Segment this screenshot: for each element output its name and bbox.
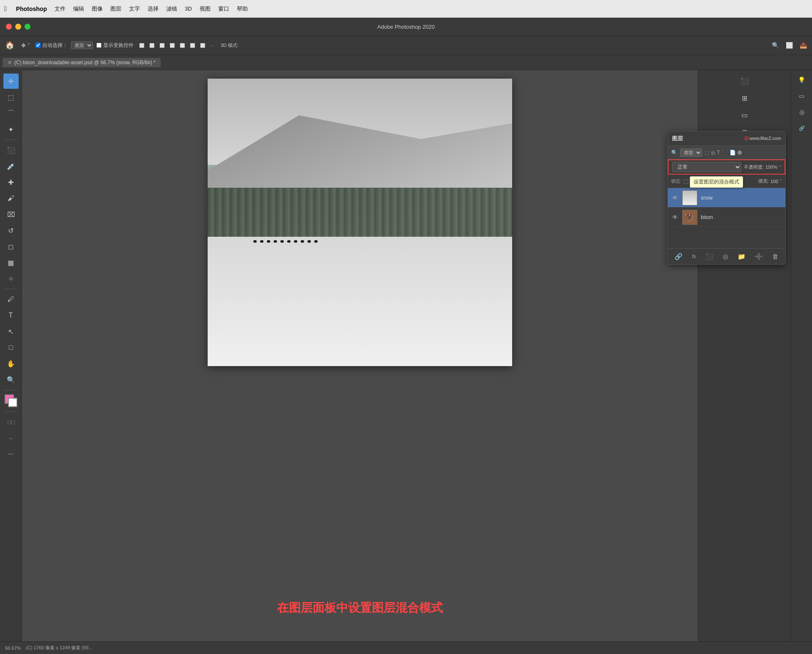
align-bottom[interactable]: ⬜ [188, 41, 197, 50]
extra-tools-3[interactable]: ··· [3, 446, 19, 462]
eye-icon-bison[interactable]: 👁 [671, 214, 679, 221]
delete-layer-btn[interactable]: 🗑 [771, 252, 780, 261]
far-right-icon-2[interactable]: ▭ [795, 89, 809, 103]
opacity-chevron[interactable]: ˅ [779, 165, 781, 170]
share-btn[interactable]: 📤 [798, 41, 809, 49]
filter-pixel-icon[interactable]: ⬚ [705, 150, 709, 156]
panel-adjust-icon[interactable]: ⬛ [737, 74, 752, 89]
move-tool-btn[interactable]: ✥ ˅ [19, 41, 32, 49]
opacity-label: 不透明度: [744, 164, 764, 170]
fill-chevron[interactable]: ˅ [780, 179, 782, 183]
auto-select-checkbox[interactable]: 自动选择： [36, 42, 68, 49]
menu-layer[interactable]: 图层 [110, 5, 121, 13]
menu-window[interactable]: 窗口 [218, 5, 229, 13]
panel-properties-icon[interactable]: ▭ [737, 107, 752, 123]
layers-type-select[interactable]: 类型 [680, 148, 702, 157]
healing-tool[interactable]: ✚ [3, 175, 19, 190]
menu-edit[interactable]: 编辑 [73, 5, 84, 13]
tab-bar: ✕ (C) bison_downloadable-asset.psd @ 66.… [0, 55, 812, 70]
background-color[interactable] [8, 398, 17, 407]
bison-10 [314, 240, 318, 243]
home-button[interactable]: 🏠 [3, 40, 16, 51]
menu-image[interactable]: 图像 [92, 5, 103, 13]
rectangle-tool[interactable]: □ [3, 340, 19, 355]
history-brush-tool[interactable]: ↺ [3, 223, 19, 238]
filter-smart-icon[interactable]: 📄 [730, 150, 736, 156]
align-center-v[interactable]: ⬜ [147, 41, 156, 50]
pen-tool[interactable]: 🖊 [3, 292, 19, 307]
align-right[interactable]: ⬜ [157, 41, 167, 50]
path-selection-tool[interactable]: ↖ [3, 324, 19, 339]
menu-file[interactable]: 文件 [55, 5, 66, 13]
screen-mode-btn[interactable]: ⬜ [784, 41, 795, 49]
marquee-tool[interactable]: ⬚ [3, 90, 19, 105]
hand-tool[interactable]: ✋ [3, 356, 19, 371]
extra-tools-2[interactable]: ↔ [3, 430, 19, 446]
far-right-icon-4[interactable]: 🔗 [795, 121, 809, 135]
menu-select[interactable]: 选择 [148, 5, 159, 13]
extra-tools-1[interactable]: ⬚⬚ [3, 414, 19, 430]
distribute[interactable]: ⬜ [198, 41, 207, 50]
more-options[interactable]: ··· [208, 41, 217, 50]
filter-shape-icon[interactable]: ⬛ [721, 150, 728, 156]
gradient-tool[interactable]: ▦ [3, 255, 19, 270]
menu-3d[interactable]: 3D [185, 5, 192, 12]
transform-checkbox[interactable]: 显示变换控件 [96, 42, 134, 49]
align-center-h[interactable]: ⬜ [178, 41, 187, 50]
group-btn[interactable]: 📁 [736, 252, 747, 261]
blend-mode-select[interactable]: 正常 [672, 162, 741, 172]
tab-close-icon[interactable]: ✕ [8, 60, 12, 66]
fx-btn[interactable]: fx [690, 253, 697, 260]
brush-tool[interactable]: 🖌 [3, 191, 19, 206]
far-right-icon-1[interactable]: 💡 [795, 73, 809, 87]
adjustment-btn[interactable]: ◎ [721, 252, 730, 261]
move-tool[interactable]: ✛ [3, 74, 19, 89]
crop-tool[interactable]: ⬛ [3, 142, 19, 158]
layer-item-snow[interactable]: 👁 snow [668, 188, 785, 208]
filter-toggle-dot[interactable] [738, 151, 742, 155]
layers-panel: 图层 ⓪ www.MacZ.com 🔍 类型 ⬚ ◎ T ⬛ 📄 正常 不透明度… [667, 131, 786, 265]
eye-icon-snow[interactable]: 👁 [671, 194, 679, 201]
layers-panel-header: 图层 ⓪ www.MacZ.com [668, 131, 785, 146]
maximize-button[interactable] [25, 24, 30, 30]
toolbar-divider-4 [5, 411, 17, 412]
menu-filter[interactable]: 滤镜 [166, 5, 177, 13]
auto-select-type[interactable]: 图层 [71, 41, 93, 49]
type-tool[interactable]: T [3, 308, 19, 323]
eraser-tool[interactable]: ◻ [3, 239, 19, 254]
dodge-tool[interactable]: ○ [3, 271, 19, 286]
menu-help[interactable]: 帮助 [237, 5, 248, 13]
color-preview[interactable] [5, 394, 17, 407]
menu-type[interactable]: 文字 [129, 5, 140, 13]
align-top[interactable]: ⬜ [167, 41, 177, 50]
transform-input[interactable] [96, 43, 102, 48]
lasso-tool[interactable]: ⌒ [3, 106, 19, 121]
layers-panel-title: 图层 [672, 135, 683, 142]
search-button[interactable]: 🔍 [770, 41, 781, 49]
link-layers-btn[interactable]: 🔗 [673, 252, 684, 261]
document-tab[interactable]: ✕ (C) bison_downloadable-asset.psd @ 66.… [3, 58, 161, 67]
eyedropper-tool[interactable]: 💉 [3, 159, 19, 174]
clone-stamp-tool[interactable]: ⌧ [3, 207, 19, 222]
far-right-icon-3[interactable]: ◎ [795, 105, 809, 119]
layer-item-bison[interactable]: 👁 🦬 bison [668, 208, 785, 227]
far-right-col: 💡 ▭ ◎ 🔗 [791, 70, 812, 641]
menu-view[interactable]: 视图 [200, 5, 211, 13]
fill-control: 填充: 100 ˅ [758, 178, 782, 184]
minimize-button[interactable] [15, 24, 21, 30]
align-left[interactable]: ⬜ [137, 41, 146, 50]
apple-icon[interactable]:  [4, 5, 7, 13]
auto-select-input[interactable] [36, 43, 41, 48]
bison-8 [301, 240, 304, 243]
lock-pixels-btn[interactable]: ⬚ [683, 178, 689, 184]
filter-type-icon[interactable]: T [717, 150, 720, 156]
filter-adjust-icon[interactable]: ◎ [711, 150, 715, 156]
close-button[interactable] [6, 24, 12, 30]
zoom-tool[interactable]: 🔍 [3, 372, 19, 387]
magic-wand-tool[interactable]: ✦ [3, 122, 19, 137]
layer-thumb-bison: 🦬 [682, 210, 697, 225]
panel-layers-icon[interactable]: ⊞ [737, 90, 752, 106]
canvas-caption: 在图层面板中设置图层混合模式 [277, 600, 443, 616]
new-layer-btn[interactable]: ➕ [753, 252, 765, 261]
mask-btn[interactable]: ⬛ [704, 252, 715, 261]
